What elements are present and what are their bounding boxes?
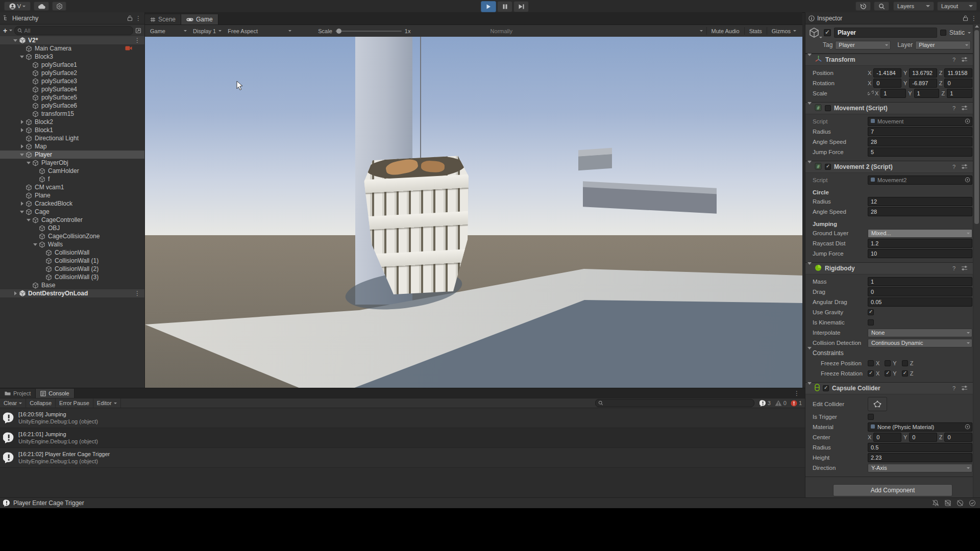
account-button[interactable]: V <box>4 2 31 11</box>
foldout-open-icon[interactable] <box>19 211 25 213</box>
hierarchy-item-obj[interactable]: OBJ <box>0 224 144 232</box>
object-field[interactable]: None (Physic Material) <box>868 422 972 432</box>
search-button[interactable] <box>874 2 889 11</box>
row-dropdown[interactable]: Continuous Dynamic <box>868 339 972 347</box>
hierarchy-item-collisionwall-3-[interactable]: CollisionWall (3) <box>0 273 144 281</box>
bell-slash-icon[interactable] <box>932 499 939 507</box>
lock-icon[interactable] <box>963 15 968 21</box>
console-search-input[interactable] <box>595 399 754 407</box>
add-component-button[interactable]: Add Component <box>833 484 952 496</box>
tab-project[interactable]: Project <box>0 389 36 398</box>
editor-dropdown[interactable]: Editor <box>93 398 121 408</box>
value-field[interactable]: 2.23 <box>868 453 972 462</box>
layout-dropdown[interactable]: Layout <box>937 2 977 11</box>
value-field[interactable]: 28 <box>868 207 972 216</box>
row-dropdown[interactable]: Y-Axis <box>868 464 972 472</box>
hierarchy-item-polysurface5[interactable]: polySurface5 <box>0 93 144 102</box>
step-button[interactable] <box>513 1 529 12</box>
mute-audio-toggle[interactable]: Mute Audio <box>707 28 744 34</box>
scroll-up-arrow-icon[interactable] <box>975 25 979 28</box>
static-checkbox[interactable] <box>940 30 946 36</box>
hierarchy-item-base[interactable]: Base <box>0 281 144 289</box>
hierarchy-item-transform15[interactable]: transform15 <box>0 110 144 118</box>
display-dropdown[interactable]: Display 1 <box>190 27 225 35</box>
error-pause-toggle[interactable]: Error Pause <box>56 398 93 408</box>
gameobject-active-checkbox[interactable] <box>824 29 831 36</box>
value-field[interactable]: -6.897 <box>909 79 937 88</box>
item-menu-kebab[interactable]: ⋮ <box>134 290 140 297</box>
inspector-scrollbar[interactable] <box>973 24 980 497</box>
hierarchy-item-polysurface1[interactable]: polySurface1 <box>0 61 144 69</box>
foldout-closed-icon[interactable] <box>19 120 25 124</box>
value-field[interactable]: 1 <box>868 277 972 286</box>
console-log-entry[interactable]: [16:21:02] Player Enter Cage TriggerUnit… <box>0 448 805 468</box>
hierarchy-item-dontdestroyonload[interactable]: DontDestroyOnLoad⋮ <box>0 289 144 297</box>
value-field[interactable]: 1.2 <box>868 239 972 248</box>
cloud-button[interactable] <box>34 2 49 11</box>
hierarchy-item-directional-light[interactable]: Directional Light <box>0 134 144 142</box>
value-field[interactable]: 0.05 <box>868 297 972 307</box>
hierarchy-item-polysurface2[interactable]: polySurface2 <box>0 69 144 77</box>
presets-icon[interactable] <box>961 105 968 112</box>
component-header[interactable]: Capsule Collider?⋮ <box>805 383 980 394</box>
stats-toggle[interactable]: Stats <box>745 28 766 34</box>
presets-icon[interactable] <box>961 164 968 170</box>
console-log-entry[interactable]: [16:21:01] JumpingUnityEngine.Debug:Log … <box>0 428 805 448</box>
hierarchy-search-input[interactable]: All <box>14 26 133 35</box>
help-icon[interactable]: ? <box>950 385 958 391</box>
value-field[interactable]: 0.5 <box>868 443 972 452</box>
foldout-open-icon[interactable] <box>26 162 32 164</box>
hierarchy-item-plane[interactable]: Plane <box>0 191 144 199</box>
help-icon[interactable]: ? <box>950 57 958 63</box>
cache-server-slash-icon[interactable] <box>944 499 951 507</box>
hierarchy-item-cage[interactable]: Cage <box>0 208 144 216</box>
hierarchy-item-walls[interactable]: Walls <box>0 240 144 248</box>
tag-dropdown[interactable]: Player <box>835 41 891 49</box>
component-enabled-checkbox[interactable] <box>825 164 831 170</box>
hierarchy-item-player[interactable]: Player <box>0 151 144 159</box>
value-field[interactable]: 11.9158 <box>944 68 972 78</box>
info-count-badge[interactable]: 3 <box>760 400 771 407</box>
layers-dropdown[interactable]: Layers <box>893 2 934 11</box>
foldout-closed-icon[interactable] <box>19 202 25 206</box>
value-field[interactable]: 0 <box>873 79 901 88</box>
gameobject-icon[interactable] <box>808 27 821 38</box>
value-field[interactable]: 1 <box>880 89 906 98</box>
hierarchy-item-v2-[interactable]: V2*⋮ <box>0 36 144 44</box>
component-header[interactable]: Rigidbody?⋮ <box>805 263 980 274</box>
foldout-open-icon[interactable] <box>12 39 18 42</box>
status-bar[interactable]: Player Enter Cage Trigger <box>0 497 980 508</box>
row-dropdown[interactable]: None <box>868 329 972 337</box>
hierarchy-item-block2[interactable]: Block2 <box>0 118 144 126</box>
foldout-open-icon[interactable] <box>19 154 25 156</box>
game-target-dropdown[interactable]: Game <box>147 27 190 35</box>
freeze-y-checkbox[interactable] <box>885 370 891 377</box>
hierarchy-item-playerobj[interactable]: PlayerObj <box>0 159 144 167</box>
foldout-open-icon[interactable] <box>807 56 812 63</box>
hierarchy-item-collisionwall-2-[interactable]: CollisionWall (2) <box>0 265 144 273</box>
value-field[interactable]: 0 <box>868 287 972 296</box>
hierarchy-menu-kebab[interactable]: ⋮ <box>135 15 141 22</box>
foldout-open-icon[interactable] <box>807 163 812 170</box>
scene-visibility-icon[interactable] <box>135 28 141 34</box>
tab-console[interactable]: Console <box>36 389 74 398</box>
value-field[interactable]: 1 <box>947 89 972 98</box>
hierarchy-item-crackedblock[interactable]: CrackedBlock <box>0 199 144 208</box>
link-scale-icon[interactable] <box>868 90 874 97</box>
layer-dropdown[interactable]: Player <box>915 41 971 49</box>
plastic-scm-button[interactable] <box>52 2 66 11</box>
clear-button[interactable]: Clear <box>0 398 26 408</box>
presets-icon[interactable] <box>961 57 968 63</box>
scale-slider[interactable] <box>335 31 402 32</box>
foldout-open-icon[interactable] <box>19 56 25 58</box>
console-menu-kebab[interactable]: ⋮ <box>794 390 800 397</box>
foldout-open-icon[interactable] <box>807 385 812 392</box>
collapse-toggle[interactable]: Collapse <box>26 398 56 408</box>
value-field[interactable]: 0 <box>873 433 901 442</box>
value-field[interactable]: 1 <box>914 89 940 98</box>
console-log-entry[interactable]: [16:20:59] JumpingUnityEngine.Debug:Log … <box>0 408 805 428</box>
activity-check-icon[interactable] <box>969 499 976 507</box>
value-field[interactable]: 5 <box>868 147 972 157</box>
hierarchy-item-main-camera[interactable]: Main Camera <box>0 44 144 53</box>
hierarchy-item-block3[interactable]: Block3 <box>0 53 144 61</box>
